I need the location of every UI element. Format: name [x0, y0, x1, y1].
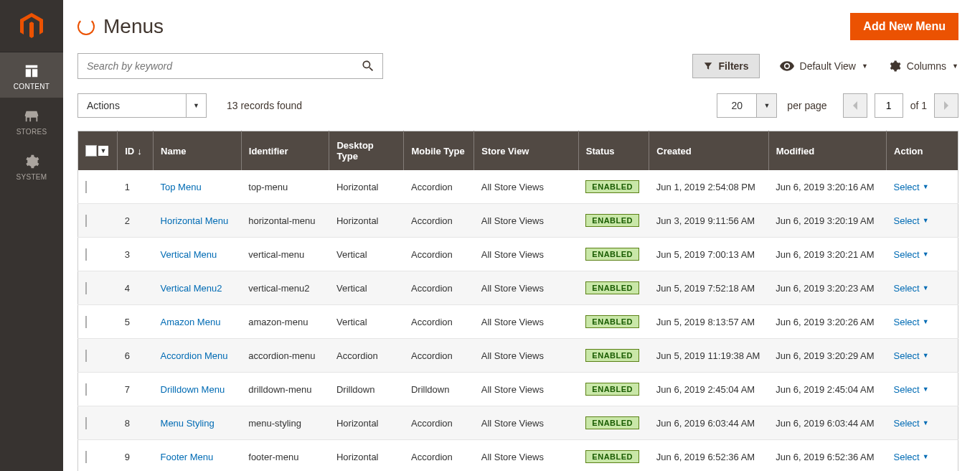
cell-mobile-type: Drilldown [404, 373, 474, 406]
funnel-icon [703, 61, 713, 71]
row-checkbox[interactable] [85, 383, 87, 396]
cell-store-view: All Store Views [474, 406, 579, 440]
cell-desktop-type: Horizontal [329, 170, 404, 204]
page-of-text: of 1 [910, 100, 927, 111]
caret-down-icon: ▼ [923, 217, 929, 224]
cell-desktop-type: Vertical [329, 238, 404, 271]
row-checkbox[interactable] [85, 316, 87, 328]
select-action[interactable]: Select ▼ [894, 350, 929, 361]
select-action[interactable]: Select ▼ [894, 215, 929, 226]
cell-mobile-type: Accordion [404, 238, 474, 271]
table-row: 2Horizontal Menuhorizontal-menuHorizonta… [78, 204, 958, 238]
search-input[interactable] [78, 60, 354, 72]
default-view-control[interactable]: Default View ▼ [780, 60, 868, 72]
row-checkbox[interactable] [85, 282, 87, 294]
cell-mobile-type: Accordion [404, 440, 474, 472]
eye-icon [780, 61, 794, 71]
sidebar-item-label: SYSTEM [17, 173, 47, 181]
sidebar-item-system[interactable]: SYSTEM [0, 143, 63, 188]
row-checkbox[interactable] [85, 451, 87, 463]
cell-identifier: menu-styling [241, 406, 329, 440]
col-header-id[interactable]: ID↓ [118, 131, 154, 171]
menu-name-link[interactable]: Accordion Menu [161, 350, 228, 361]
filters-label: Filters [719, 60, 749, 72]
caret-down-icon: ▼ [923, 419, 929, 426]
row-checkbox[interactable] [85, 215, 87, 227]
row-checkbox[interactable] [85, 417, 87, 429]
menu-name-link[interactable]: Menu Styling [161, 418, 215, 429]
caret-down-icon: ▼ [763, 102, 770, 109]
caret-down-icon: ▼ [923, 318, 929, 325]
select-all-checkbox[interactable] [85, 145, 97, 157]
next-page-button[interactable] [934, 93, 958, 118]
cell-desktop-type: Vertical [329, 271, 404, 305]
menu-name-link[interactable]: Vertical Menu [161, 249, 217, 260]
columns-control[interactable]: Columns ▼ [888, 60, 958, 73]
table-row: 7Drilldown Menudrilldown-menuDrilldownDr… [78, 373, 958, 406]
col-header-name[interactable]: Name [154, 131, 242, 171]
per-page-caret[interactable]: ▼ [756, 94, 776, 117]
col-header-action[interactable]: Action [887, 131, 958, 171]
search-button[interactable] [354, 54, 382, 78]
select-action[interactable]: Select ▼ [894, 384, 929, 395]
col-header-desktop-type[interactable]: Desktop Type [329, 131, 404, 171]
col-header-modified[interactable]: Modified [768, 131, 886, 171]
sidebar-item-content[interactable]: CONTENT [0, 52, 63, 98]
menu-name-link[interactable]: Amazon Menu [161, 317, 221, 327]
status-badge: ENABLED [585, 349, 639, 362]
cell-store-view: All Store Views [474, 440, 579, 472]
menu-name-link[interactable]: Horizontal Menu [161, 215, 229, 226]
cell-identifier: top-menu [241, 170, 329, 204]
select-action[interactable]: Select ▼ [894, 182, 929, 192]
cell-modified: Jun 6, 2019 3:20:21 AM [768, 238, 886, 271]
select-action[interactable]: Select ▼ [894, 418, 929, 429]
cell-modified: Jun 6, 2019 3:20:19 AM [768, 204, 886, 238]
per-page-label: per page [787, 100, 826, 111]
page-number-input[interactable] [875, 93, 903, 118]
actions-dropdown[interactable]: Actions ▼ [77, 93, 207, 118]
cell-identifier: drilldown-menu [241, 373, 329, 406]
caret-down-icon: ▼ [923, 284, 929, 292]
col-header-identifier[interactable]: Identifier [241, 131, 329, 171]
actions-caret[interactable]: ▼ [186, 94, 206, 117]
menu-name-link[interactable]: Footer Menu [161, 452, 214, 462]
sidebar-item-stores[interactable]: STORES [0, 98, 63, 143]
select-action[interactable]: Select ▼ [894, 283, 929, 294]
per-page-dropdown[interactable]: 20 ▼ [717, 93, 777, 118]
menu-name-link[interactable]: Vertical Menu2 [161, 283, 222, 294]
cell-id: 7 [118, 373, 154, 406]
chevron-left-icon [852, 101, 859, 110]
caret-down-icon: ▼ [923, 453, 929, 460]
row-checkbox[interactable] [85, 181, 87, 193]
cell-id: 8 [118, 406, 154, 440]
col-header-mobile-type[interactable]: Mobile Type [404, 131, 474, 171]
col-header-status[interactable]: Status [578, 131, 649, 171]
cell-identifier: vertical-menu [241, 238, 329, 271]
select-all-dropdown[interactable]: ▼ [98, 146, 108, 156]
cell-id: 6 [118, 339, 154, 373]
col-header-created[interactable]: Created [649, 131, 768, 171]
row-checkbox[interactable] [85, 248, 87, 261]
menu-name-link[interactable]: Drilldown Menu [161, 384, 225, 395]
cell-store-view: All Store Views [474, 305, 579, 339]
select-action[interactable]: Select ▼ [894, 452, 929, 462]
cell-desktop-type: Accordion [329, 339, 404, 373]
add-new-menu-button[interactable]: Add New Menu [850, 13, 958, 40]
col-header-store-view[interactable]: Store View [474, 131, 579, 171]
row-checkbox[interactable] [85, 350, 87, 362]
caret-down-icon: ▼ [923, 251, 929, 258]
caret-down-icon: ▼ [193, 102, 199, 109]
search-icon [361, 59, 375, 73]
magento-logo[interactable] [0, 0, 63, 52]
menu-name-link[interactable]: Top Menu [161, 182, 202, 192]
sort-arrow-icon: ↓ [137, 146, 142, 157]
filters-button[interactable]: Filters [692, 54, 760, 78]
select-action[interactable]: Select ▼ [894, 317, 929, 327]
cell-identifier: accordion-menu [241, 339, 329, 373]
prev-page-button[interactable] [843, 93, 867, 118]
cell-mobile-type: Accordion [404, 170, 474, 204]
select-action[interactable]: Select ▼ [894, 249, 929, 260]
cell-store-view: All Store Views [474, 271, 579, 305]
caret-down-icon: ▼ [862, 62, 868, 70]
actions-label: Actions [78, 94, 186, 117]
